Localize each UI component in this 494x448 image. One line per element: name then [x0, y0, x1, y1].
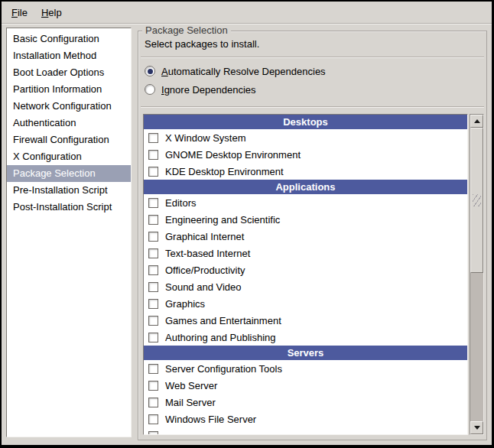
package-row-games-and-entertainment[interactable]: Games and Entertainment — [144, 312, 467, 329]
package-checkbox[interactable] — [148, 381, 158, 391]
package-label: Graphics — [165, 298, 205, 310]
separator — [141, 57, 484, 57]
package-label: X Window System — [165, 132, 245, 144]
package-label: Engineering and Scientific — [165, 214, 280, 226]
package-row-sound-and-video[interactable]: Sound and Video — [144, 278, 467, 295]
package-row-office-productivity[interactable]: Office/Productivity — [144, 261, 467, 278]
package-label: Web Server — [165, 380, 217, 391]
package-label: Sound and Video — [165, 281, 242, 293]
sidebar-item-pre-installation-script[interactable]: Pre-Installation Script — [7, 182, 131, 199]
sidebar-item-firewall-configuration[interactable]: Firewall Configuration — [7, 131, 131, 148]
package-label: Graphical Internet — [165, 231, 244, 242]
package-row-server-configuration-tools[interactable]: Server Configuration Tools — [144, 360, 467, 377]
package-checkbox[interactable] — [148, 333, 158, 342]
package-checkbox[interactable] — [148, 150, 158, 160]
package-row-engineering-and-scientific[interactable]: Engineering and Scientific — [144, 211, 467, 228]
radio-button[interactable] — [145, 84, 155, 95]
package-checkbox[interactable] — [148, 167, 158, 177]
package-checkbox[interactable] — [148, 215, 158, 225]
sidebar-item-partition-information[interactable]: Partition Information — [7, 81, 131, 98]
sidebar-item-package-selection[interactable]: Package Selection — [7, 165, 131, 182]
instruction-label: Select packages to install. — [145, 38, 259, 50]
package-checkbox[interactable] — [148, 316, 158, 326]
sidebar-item-network-configuration[interactable]: Network Configuration — [7, 98, 131, 115]
sidebar-item-installation-method[interactable]: Installation Method — [7, 47, 131, 64]
package-label: Games and Entertainment — [165, 315, 281, 326]
package-label: KDE Desktop Environment — [165, 166, 284, 177]
kickstart-configurator-window: FileHelp Basic ConfigurationInstallation… — [2, 2, 492, 445]
package-row-blank[interactable] — [144, 427, 467, 435]
sidebar-item-basic-configuration[interactable]: Basic Configuration — [7, 31, 131, 47]
package-checkbox[interactable] — [148, 431, 158, 436]
package-row-graphics[interactable]: Graphics — [144, 295, 467, 312]
category-header-servers: Servers — [144, 346, 467, 360]
package-label: Office/Productivity — [165, 265, 245, 276]
package-checkbox[interactable] — [148, 414, 158, 424]
package-row-x-window-system[interactable]: X Window System — [144, 129, 467, 146]
sidebar-item-x-configuration[interactable]: X Configuration — [7, 148, 131, 165]
package-checkbox[interactable] — [148, 198, 158, 208]
package-checkbox[interactable] — [148, 248, 158, 258]
package-checkbox[interactable] — [148, 398, 158, 407]
separator — [141, 106, 484, 107]
package-row-graphical-internet[interactable]: Graphical Internet — [144, 228, 467, 245]
configuration-sections-list: Basic ConfigurationInstallation MethodBo… — [6, 28, 132, 437]
radio-label: Ignore Dependencies — [161, 84, 256, 96]
package-row-editors[interactable]: Editors — [144, 194, 467, 211]
sidebar-item-boot-loader-options[interactable]: Boot Loader Options — [7, 64, 131, 81]
package-label: Mail Server — [165, 397, 216, 408]
package-checkbox[interactable] — [148, 133, 158, 143]
package-list: Desktops X Window System GNOME Desktop E… — [143, 114, 468, 435]
sidebar-item-authentication[interactable]: Authentication — [7, 115, 131, 131]
sidebar-item-post-installation-script[interactable]: Post-Installation Script — [7, 199, 131, 216]
package-label: Text-based Internet — [165, 248, 250, 259]
up-arrow-icon — [474, 119, 480, 123]
vertical-scrollbar[interactable] — [470, 114, 484, 435]
package-checkbox[interactable] — [148, 299, 158, 309]
package-checkbox[interactable] — [148, 282, 158, 292]
scroll-up-button[interactable] — [470, 115, 483, 128]
package-label: Editors — [165, 197, 196, 209]
category-header-desktops: Desktops — [144, 115, 467, 129]
menu-item-file[interactable]: File — [5, 2, 34, 23]
down-arrow-icon — [474, 426, 480, 430]
package-row-text-based-internet[interactable]: Text-based Internet — [144, 245, 467, 261]
radio-label: Automatically Resolve Dependencies — [161, 66, 326, 77]
package-checkbox[interactable] — [148, 265, 158, 275]
package-list-area: Desktops X Window System GNOME Desktop E… — [143, 114, 484, 435]
package-row-gnome-desktop-environment[interactable]: GNOME Desktop Environment — [144, 146, 467, 163]
scrollbar-thumb[interactable] — [470, 128, 483, 273]
menu-item-help[interactable]: Help — [34, 2, 69, 23]
package-row-windows-file-server[interactable]: Windows File Server — [144, 411, 467, 427]
package-selection-frame: Package Selection Select packages to ins… — [138, 31, 487, 440]
package-label: Windows File Server — [165, 414, 256, 425]
package-label: Authoring and Publishing — [165, 332, 276, 343]
radio-automatically-resolve-dependencies[interactable]: Automatically Resolve Dependencies — [145, 64, 326, 78]
package-row-web-server[interactable]: Web Server — [144, 377, 467, 394]
package-label: GNOME Desktop Environment — [165, 149, 301, 161]
package-row-kde-desktop-environment[interactable]: KDE Desktop Environment — [144, 163, 467, 180]
package-checkbox[interactable] — [148, 364, 158, 374]
package-row-mail-server[interactable]: Mail Server — [144, 394, 467, 411]
category-header-applications: Applications — [144, 180, 467, 194]
radio-ignore-dependencies[interactable]: Ignore Dependencies — [145, 83, 256, 96]
package-row-authoring-and-publishing[interactable]: Authoring and Publishing — [144, 329, 467, 346]
frame-title: Package Selection — [142, 24, 231, 37]
package-label: Server Configuration Tools — [165, 363, 282, 375]
package-checkbox[interactable] — [148, 232, 158, 242]
radio-button[interactable] — [145, 66, 155, 76]
menu-bar: FileHelp — [2, 2, 492, 24]
scroll-down-button[interactable] — [470, 421, 483, 434]
